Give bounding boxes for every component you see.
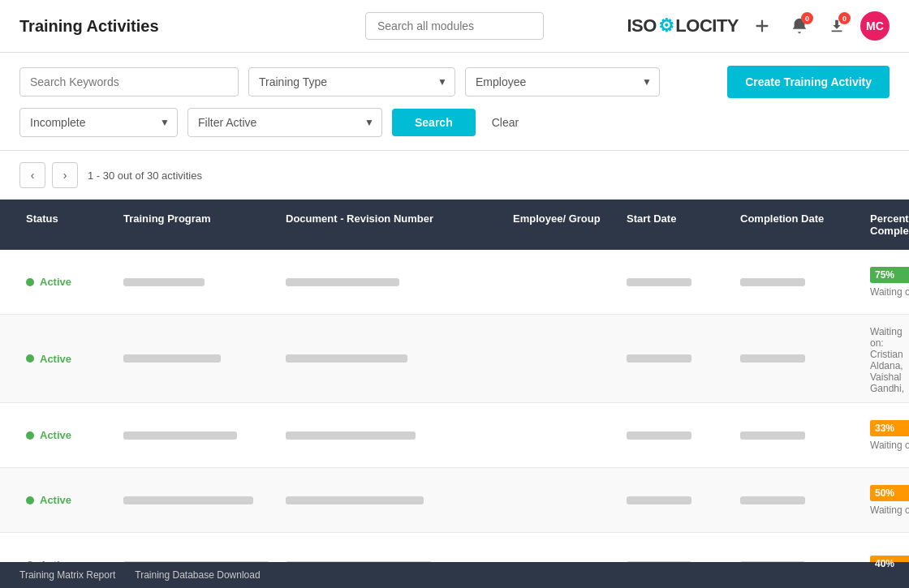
plus-icon: [753, 17, 771, 35]
training-program-cell: [117, 423, 279, 448]
start-date-cell: [620, 488, 734, 513]
status-cell: Active: [19, 345, 117, 373]
download-button[interactable]: 0: [823, 12, 851, 40]
document-revision-cell: [279, 488, 506, 513]
document-revision-bar: [286, 354, 407, 363]
th-start-date: Start Date: [620, 200, 734, 250]
table-row[interactable]: Active 50% Waiting on: Cristian Aldana,,…: [0, 468, 909, 533]
waiting-text: Waiting on: Chris Budd: [870, 286, 909, 298]
status-label: Active: [40, 494, 71, 506]
employee-select[interactable]: Employee: [465, 67, 660, 97]
header-search-wrapper: [365, 12, 544, 40]
progress-bar-wrapper: 50%: [870, 485, 909, 501]
status-active: Active: [26, 276, 110, 288]
status-cell: Active: [19, 486, 117, 514]
employee-group-cell: [506, 274, 620, 290]
employee-group-cell: [506, 427, 620, 444]
th-training-program: Training Program: [117, 200, 279, 250]
table-container: Status Training Program Document - Revis…: [0, 200, 909, 588]
chevron-right-icon: ›: [63, 169, 67, 182]
clear-button[interactable]: Clear: [485, 109, 525, 136]
status-cell: Active: [19, 268, 117, 296]
status-dot: [26, 431, 34, 440]
footer-link-training-database[interactable]: Training Database Download: [135, 569, 260, 581]
start-date-cell: [620, 270, 734, 294]
table-row[interactable]: ActiveWaiting on: Cristian Aldana, Vaish…: [0, 315, 909, 403]
status-dot: [26, 496, 34, 504]
th-completion-date: Completion Date: [734, 200, 864, 250]
percentage-complete-cell: 33% Waiting on: Vaishal Gandhi, Sinem Oy…: [864, 412, 909, 459]
filter-active-wrapper: Filter Active ▼: [187, 108, 382, 137]
th-document-revision: Document - Revision Number: [279, 200, 506, 250]
search-button[interactable]: Search: [392, 109, 476, 136]
next-page-button[interactable]: ›: [52, 162, 78, 188]
header-right: ISO ⚙ LOCITY 0 0 MC: [627, 11, 890, 41]
start-date-bar: [627, 496, 691, 504]
filters-row-1: Training Type ▼ Employee ▼ Create Traini…: [19, 66, 890, 98]
status-label: Active: [40, 429, 71, 441]
prev-page-button[interactable]: ‹: [19, 162, 45, 188]
document-revision-cell: [279, 346, 506, 371]
filter-active-select[interactable]: Filter Active: [187, 108, 382, 137]
table-body: Active 75% Waiting on: Chris Budd Active…: [0, 250, 909, 588]
th-status: Status: [19, 200, 117, 250]
filters-row-2: Incomplete ▼ Filter Active ▼ Search Clea…: [19, 108, 890, 137]
logo: ISO ⚙ LOCITY: [627, 15, 739, 36]
employee-wrapper: Employee ▼: [465, 67, 660, 97]
table-row[interactable]: Active 33% Waiting on: Vaishal Gandhi, S…: [0, 403, 909, 468]
table-row[interactable]: Active 75% Waiting on: Chris Budd: [0, 250, 909, 315]
completion-date-cell: [734, 270, 864, 294]
header: Training Activities ISO ⚙ LOCITY 0 0 MC: [0, 0, 909, 53]
table-header: Status Training Program Document - Revis…: [0, 200, 909, 250]
download-badge: 0: [838, 12, 851, 24]
employee-group-cell: [506, 350, 620, 367]
logo-locity: LOCITY: [675, 15, 739, 36]
status-cell: Active: [19, 421, 117, 449]
progress-bar-wrapper: 75%: [870, 267, 909, 283]
status-active: Active: [26, 494, 110, 506]
pagination-bar: ‹ › 1 - 30 out of 30 activities: [0, 151, 909, 200]
waiting-text: Waiting on: Vaishal Gandhi, Sinem Oyan: [870, 440, 909, 451]
training-program-bar: [123, 354, 221, 363]
document-revision-bar: [286, 496, 424, 504]
document-revision-bar: [286, 278, 399, 286]
create-activity-button[interactable]: Create Training Activity: [727, 66, 890, 98]
progress-label: 75%: [875, 269, 894, 281]
search-modules-input[interactable]: [365, 12, 544, 40]
th-percentage-complete: Percentage Complete: [864, 200, 909, 250]
completion-date-bar: [740, 431, 805, 440]
start-date-cell: [620, 423, 734, 448]
page-title: Training Activities: [19, 17, 159, 36]
completion-date-cell: [734, 488, 864, 513]
percentage-complete-cell: Waiting on: Cristian Aldana, Vaishal Gan…: [864, 315, 909, 402]
bell-badge: 0: [801, 12, 813, 24]
notifications-button[interactable]: 0: [786, 12, 813, 40]
percentage-complete-cell: 50% Waiting on: Cristian Aldana,,Sinem O…: [864, 477, 909, 524]
completion-date-bar: [740, 354, 805, 363]
training-program-bar: [123, 496, 253, 504]
status-label: Active: [40, 353, 71, 365]
footer: Training Matrix Report Training Database…: [0, 562, 909, 588]
th-employee-group: Employee/ Group: [506, 200, 620, 250]
training-program-cell: [117, 488, 279, 513]
status-label: Active: [40, 276, 71, 288]
completion-date-bar: [740, 278, 805, 286]
completion-date-cell: [734, 346, 864, 371]
footer-link-training-matrix[interactable]: Training Matrix Report: [19, 569, 115, 581]
keywords-input[interactable]: [19, 67, 239, 97]
start-date-cell: [620, 346, 734, 371]
add-button[interactable]: [748, 12, 776, 40]
waiting-text: Waiting on: Cristian Aldana,,Sinem Oyan: [870, 504, 909, 516]
training-program-cell: [117, 346, 279, 371]
incomplete-select[interactable]: Incomplete: [19, 108, 178, 137]
progress-bar-wrapper: 33%: [870, 420, 909, 436]
completion-date-bar: [740, 496, 805, 504]
avatar[interactable]: MC: [860, 11, 890, 41]
start-date-bar: [627, 278, 691, 286]
logo-gear-icon: ⚙: [658, 15, 674, 36]
status-dot: [26, 278, 34, 286]
training-program-cell: [117, 270, 279, 294]
percentage-complete-cell: 75% Waiting on: Chris Budd: [864, 259, 909, 306]
training-type-select[interactable]: Training Type: [248, 67, 455, 97]
progress-label: 33%: [875, 423, 894, 434]
